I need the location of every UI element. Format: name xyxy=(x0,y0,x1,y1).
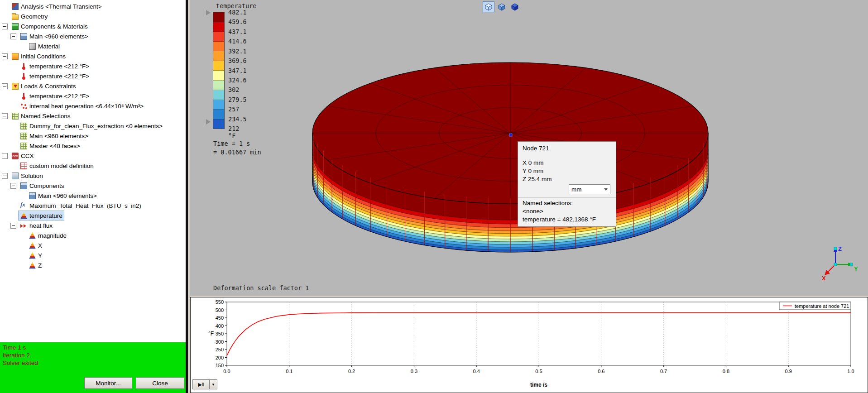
collapse-expander-icon[interactable] xyxy=(2,113,8,119)
collapse-expander-icon[interactable] xyxy=(10,183,16,189)
tree-item-label: Initial Conditions xyxy=(21,53,66,60)
player-menu-button[interactable]: ▼ xyxy=(210,379,217,389)
legend-min-handle-icon[interactable] xyxy=(206,119,211,125)
legend-value: 324.6 xyxy=(228,77,247,84)
tree-item[interactable]: Main <960 elements> xyxy=(0,31,186,41)
probe-y-coordinate: Y 0 mm xyxy=(523,167,611,175)
tree-item[interactable]: Solution xyxy=(0,171,186,181)
material-icon xyxy=(29,43,36,50)
tree-item-label: magnitude xyxy=(38,232,67,239)
legend-value: 369.6 xyxy=(228,57,247,64)
tree-item-label: custom model definition xyxy=(29,163,94,169)
tree-item-label: heat flux xyxy=(29,222,53,229)
x-axis-label: X xyxy=(822,275,826,282)
tree-item[interactable]: Named Selections xyxy=(0,111,186,121)
view-cube-wireframe-button[interactable] xyxy=(483,1,494,12)
loads-icon xyxy=(12,83,19,90)
collapse-expander-icon[interactable] xyxy=(2,83,8,89)
probe-temperature-value: temperature = 482.1368 °F xyxy=(523,216,611,224)
tree-item[interactable]: temperature <212 °F> xyxy=(0,71,186,81)
tree-item[interactable]: Y xyxy=(0,250,186,260)
units-dropdown[interactable]: mm xyxy=(569,184,610,194)
tree-item[interactable]: CCX xyxy=(0,151,186,161)
tree-item[interactable]: temperature <212 °F> xyxy=(0,91,186,101)
part-icon xyxy=(20,182,27,189)
close-button[interactable]: Close xyxy=(136,377,184,389)
tree-item[interactable]: Z xyxy=(0,260,186,270)
tree-item[interactable]: Analysis <Thermal Transient> xyxy=(0,1,186,11)
collapse-expander-icon[interactable] xyxy=(2,153,8,159)
status-line: Time 1 s xyxy=(3,344,183,351)
collapse-expander-icon[interactable] xyxy=(10,223,16,229)
tree-item-label: temperature <212 °F> xyxy=(29,63,89,70)
view-cube-solid-button[interactable] xyxy=(509,1,521,12)
y-tick-label: 200 xyxy=(216,355,224,360)
x-tick-label: 0.1 xyxy=(286,369,293,374)
legend-color-cell xyxy=(213,90,224,100)
thermo-icon xyxy=(20,93,27,100)
tree-item[interactable]: Main <960 elements> xyxy=(0,131,186,141)
tree-item[interactable]: temperature <212 °F> xyxy=(0,61,186,71)
probe-separator xyxy=(518,197,616,197)
part-icon xyxy=(20,33,27,40)
tree-item-label: Master <48 faces> xyxy=(29,143,80,149)
tree-item-label: internal heat generation <6.44×10⁸ W/m³> xyxy=(29,103,144,110)
tree-item[interactable]: heat flux xyxy=(0,220,186,230)
tree-item-label: Material xyxy=(38,43,60,50)
collapse-expander-icon[interactable] xyxy=(2,53,8,59)
model-tree-panel: Analysis <Thermal Transient>GeometryComp… xyxy=(0,0,188,393)
thermo-icon xyxy=(20,73,27,80)
tree-item[interactable]: X xyxy=(0,240,186,250)
deformation-scale-note: Deformation scale factor 1 xyxy=(213,284,309,292)
result-icon xyxy=(29,252,36,259)
view-cube-shaded-button[interactable] xyxy=(496,1,508,12)
units-dropdown-value: mm xyxy=(571,186,582,193)
modeldef-icon xyxy=(20,163,27,169)
tree-item[interactable]: internal heat generation <6.44×10⁸ W/m³> xyxy=(0,101,186,111)
monitor-button[interactable]: Monitor... xyxy=(84,377,132,389)
tree-item[interactable]: temperature xyxy=(0,211,186,220)
x-tick-label: 0.2 xyxy=(348,369,355,374)
y-tick-label: 400 xyxy=(216,323,224,329)
legend-value: 482.1 xyxy=(228,9,247,16)
fx-icon xyxy=(20,202,27,209)
legend-max-handle-icon[interactable] xyxy=(206,10,211,15)
orientation-triad: Z Y X xyxy=(822,244,860,282)
tree-item[interactable]: Main <960 elements> xyxy=(0,191,186,201)
legend-unit: °F xyxy=(228,132,235,139)
legend-value: 459.6 xyxy=(228,18,247,25)
probe-node-id: Node 721 xyxy=(523,144,611,153)
collapse-expander-icon[interactable] xyxy=(10,34,16,39)
tree-item-label: temperature <212 °F> xyxy=(29,93,89,100)
wireframe-cube-icon xyxy=(484,3,493,11)
tree-item[interactable]: custom model definition xyxy=(0,161,186,171)
status-line: Iteration 2 xyxy=(3,351,183,359)
legend-value: 257 xyxy=(228,105,239,113)
selset-icon xyxy=(20,133,27,139)
legend-color-cell xyxy=(213,51,224,61)
y-tick-label: 250 xyxy=(216,347,224,352)
3d-viewport[interactable]: temperature 482.1459.6437.1414.6392.1369… xyxy=(190,0,868,296)
x-tick-label: 0.5 xyxy=(535,369,542,374)
tree-item[interactable]: Material xyxy=(0,41,186,51)
tree-item[interactable]: magnitude xyxy=(0,230,186,240)
tree-item[interactable]: Dummy_for_clean_Flux_extraction <0 eleme… xyxy=(0,121,186,131)
tree-item[interactable]: Geometry xyxy=(0,11,186,21)
selset-icon xyxy=(12,113,19,120)
tree-item[interactable]: Initial Conditions xyxy=(0,51,186,61)
tree-item-label: CCX xyxy=(21,153,34,159)
tree-item-label: Components xyxy=(29,182,64,189)
tree-item[interactable]: Components xyxy=(0,181,186,191)
time-info: Time = 1 s = 0.01667 min xyxy=(213,139,261,157)
folder-icon xyxy=(12,14,19,20)
tree-item[interactable]: Maximum_Total_Heat_Flux_(BTU_s_in2) xyxy=(0,201,186,211)
collapse-expander-icon[interactable] xyxy=(2,24,8,29)
tree-item-label: Y xyxy=(38,252,42,259)
probe-named-selections-label: Named selections: xyxy=(523,199,611,207)
tree-item[interactable]: Loads & Constraints xyxy=(0,81,186,91)
tree-item[interactable]: Master <48 faces> xyxy=(0,141,186,151)
tree-item[interactable]: Components & Materials xyxy=(0,21,186,31)
collapse-expander-icon[interactable] xyxy=(2,173,8,179)
tree-item-label: Main <960 elements> xyxy=(29,133,88,139)
play-pause-button[interactable]: ▶‖ xyxy=(192,379,210,389)
